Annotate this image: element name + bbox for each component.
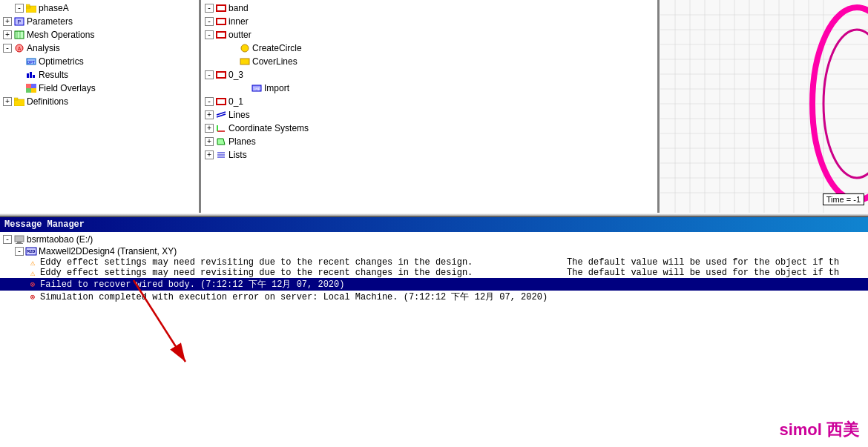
band-label: band <box>228 3 249 13</box>
param-icon: P <box>13 16 25 27</box>
svg-rect-12 <box>27 73 29 78</box>
tree-item-createcircle[interactable]: CreateCircle <box>202 42 657 55</box>
coord-sys-label: Coordinate Systems <box>228 123 309 133</box>
0_3-icon <box>215 70 227 80</box>
svg-marker-34 <box>217 139 225 145</box>
left-panel: - phaseA + P Parameters + Mesh Operation… <box>0 0 200 213</box>
tree-item-lists[interactable]: + Lists <box>202 148 657 162</box>
outter-icon <box>215 30 227 40</box>
inner-icon <box>215 16 227 27</box>
svg-rect-16 <box>31 84 36 88</box>
svg-rect-29 <box>217 99 226 105</box>
planes-label: Planes <box>228 136 256 147</box>
expand-lists[interactable]: + <box>205 150 214 159</box>
svg-point-24 <box>241 44 249 52</box>
msg-expand-maxwell[interactable]: - <box>15 247 24 256</box>
error1-left: ⊗ Failed to recover wired body. (7:12:12… <box>0 278 564 291</box>
warn2-right: The default value will be used for the o… <box>564 268 868 278</box>
expand-definitions[interactable]: + <box>3 97 12 106</box>
bsrmtaobao-text: bsrmtaobao (E:/) <box>27 234 93 245</box>
expand-inner[interactable]: - <box>205 17 214 26</box>
msg-row-maxwell[interactable]: - M2D Maxwell2DDesign4 (Transient, XY) <box>0 245 868 257</box>
createcircle-label: CreateCircle <box>252 43 302 53</box>
definitions-label: Definitions <box>27 96 68 107</box>
import-icon: IMP <box>251 83 263 93</box>
svg-text:M2D: M2D <box>27 249 36 254</box>
tree-item-results[interactable]: Results <box>0 68 199 82</box>
def-folder-icon <box>13 96 25 107</box>
warn1-right: The default value will be used for the o… <box>564 257 868 268</box>
0_1-icon <box>215 96 227 107</box>
tree-item-field-overlays[interactable]: Field Overlays <box>0 82 199 95</box>
tree-item-parameters[interactable]: + P Parameters <box>0 15 199 28</box>
results-icon <box>25 70 37 80</box>
tree-item-definitions[interactable]: + Definitions <box>0 95 199 108</box>
svg-rect-5 <box>15 31 24 39</box>
msg-expand-bsrmtaobao[interactable]: - <box>3 235 12 244</box>
optimetrics-label: Optimetrics <box>39 56 84 67</box>
msg-row-warn1[interactable]: ⚠ Eddy effect settings may need revisiti… <box>0 257 868 268</box>
tree-item-0_1[interactable]: - 0_1 <box>202 95 657 108</box>
expand-0_1[interactable]: - <box>205 97 214 106</box>
expand-coord-sys[interactable]: + <box>205 124 214 133</box>
msg-row-error1[interactable]: ⊗ Failed to recover wired body. (7:12:12… <box>0 278 868 291</box>
msg-row-warn2[interactable]: ⚠ Eddy effect settings may need revisiti… <box>0 268 868 278</box>
tree-item-optimetrics[interactable]: OPT Optimetrics <box>0 55 199 68</box>
expand-0_3[interactable]: - <box>205 70 214 79</box>
tree-item-planes[interactable]: + Planes <box>202 135 657 148</box>
warn2-left: ⚠ Eddy effect settings may need revisiti… <box>0 268 564 278</box>
expand-outter[interactable]: - <box>205 30 214 39</box>
expand-lines[interactable]: + <box>205 110 214 119</box>
tree-item-band[interactable]: - band <box>202 1 657 15</box>
svg-rect-17 <box>26 88 31 93</box>
tree-item-coord-sys[interactable]: + Coordinate Systems <box>202 122 657 135</box>
msg-row-error2[interactable]: ⊗ Simulation completed with execution er… <box>0 291 868 303</box>
analysis-label: Analysis <box>27 43 60 53</box>
grid-svg <box>660 0 868 213</box>
error1-text: Failed to recover wired body. (7:12:12 下… <box>40 278 344 291</box>
svg-rect-14 <box>33 75 35 78</box>
error2-left: ⊗ Simulation completed with execution er… <box>0 291 564 303</box>
expand-analysis[interactable]: - <box>3 44 12 53</box>
expand-phaseA[interactable]: - <box>15 4 24 13</box>
maxwell-text: Maxwell2DDesign4 (Transient, XY) <box>39 246 177 256</box>
coverlines-label: CoverLines <box>252 56 297 67</box>
svg-text:OPT: OPT <box>27 60 36 65</box>
tree-item-outter[interactable]: - outter <box>202 28 657 42</box>
tree-item-0_3[interactable]: - 0_3 <box>202 68 657 82</box>
0_1-label: 0_1 <box>228 96 243 107</box>
expand-planes[interactable]: + <box>205 137 214 146</box>
svg-rect-25 <box>240 59 249 64</box>
results-label: Results <box>39 70 68 80</box>
tree-item-inner[interactable]: - inner <box>202 15 657 28</box>
error2-text: Simulation completed with execution erro… <box>40 291 548 303</box>
watermark: simol 西美 <box>779 419 859 441</box>
tree-item-phaseA[interactable]: - phaseA <box>0 1 199 15</box>
band-icon <box>215 3 227 13</box>
phaseA-label: phaseA <box>39 3 69 13</box>
0_3-label: 0_3 <box>228 70 243 80</box>
warn2-icon: ⚠ <box>27 268 39 278</box>
svg-rect-26 <box>217 72 226 78</box>
lines-label: Lines <box>228 110 250 120</box>
lines-icon <box>215 110 227 120</box>
msg-row-bsrmtaobao[interactable]: - bsrmtaobao (E:/) <box>0 234 868 245</box>
field-icon <box>25 83 37 93</box>
coord-icon <box>215 123 227 133</box>
message-manager: Message Manager - bsrmtaobao (E:/) - M2D… <box>0 217 868 447</box>
tree-item-mesh-ops[interactable]: + Mesh Operations <box>0 28 199 42</box>
tree-item-lines[interactable]: + Lines <box>202 108 657 122</box>
warn2-text: Eddy effect settings may need revisiting… <box>40 268 473 278</box>
expand-mesh-ops[interactable]: + <box>3 30 12 39</box>
tree-item-coverlines[interactable]: CoverLines <box>202 55 657 68</box>
svg-rect-20 <box>14 98 18 100</box>
tree-item-analysis[interactable]: - A Analysis <box>0 42 199 55</box>
time-label: Time = -1 <box>823 193 864 205</box>
center-panel: - band - inner - outter <box>202 0 659 213</box>
expand-band[interactable]: - <box>205 4 214 13</box>
expand-parameters[interactable]: + <box>3 17 12 26</box>
svg-rect-15 <box>26 84 31 88</box>
mesh-ops-label: Mesh Operations <box>27 30 94 40</box>
error2-icon: ⊗ <box>27 292 39 302</box>
tree-item-import[interactable]: IMP Import <box>202 82 657 95</box>
